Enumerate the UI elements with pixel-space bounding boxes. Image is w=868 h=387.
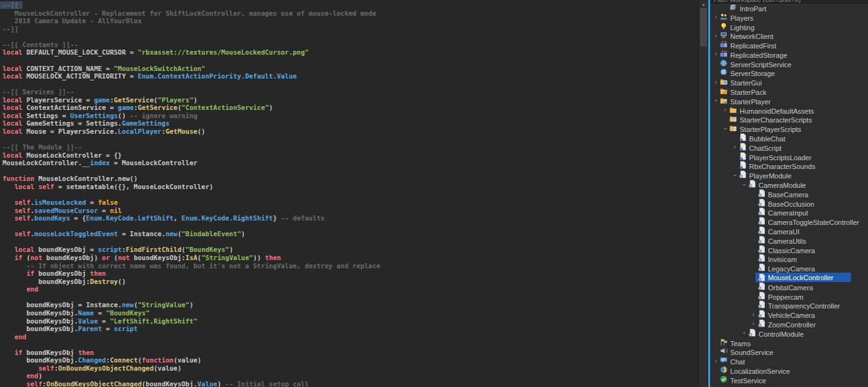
tree-item-soundservice[interactable]: SoundService [710,347,868,356]
code-line[interactable] [3,222,698,231]
code-line[interactable]: self.mouseLockToggledEvent = Instance.ne… [3,230,698,238]
code-line[interactable]: boundKeysObj:Destroy() [3,278,698,286]
tree-item-starterplayer[interactable]: ›StarterPlayer [710,96,868,106]
tree-item-transparencycontroller[interactable]: TransparencyController [710,301,868,310]
code-line[interactable]: local MOUSELOCK_ACTION_PRIORITY = Enum.C… [3,72,698,80]
code-line[interactable]: function MouseLockController.new() [3,175,698,183]
tree-item-starterplayerscripts[interactable]: ›StarterPlayerScripts [710,124,868,133]
code-line[interactable]: if boundKeysObj then [3,349,698,357]
tree-item-testservice[interactable]: TestService [710,375,868,384]
chevron-expanded-icon[interactable]: › [713,97,719,104]
tree-item-startercharacterscripts[interactable]: StarterCharacterScripts [710,115,868,124]
code-line[interactable]: if boundKeysObj then [3,270,698,278]
tree-item-controlmodule[interactable]: ›ControlModule [710,329,868,338]
code-line[interactable]: boundKeysObj = Instance.new("StringValue… [3,301,698,309]
chevron-collapsed-icon[interactable]: › [712,33,720,39]
tree-item-basecamera[interactable]: BaseCamera [710,189,868,199]
code-line[interactable]: local Settings = UserSettings() -- ignor… [3,112,698,120]
tree-item-serverstorage[interactable]: ServerStorage [710,68,868,78]
code-line[interactable]: boundKeysObj.Name = "BoundKeys" [3,309,698,317]
code-line[interactable]: -- If object with correct name was found… [3,262,698,270]
code-line[interactable]: boundKeysObj.Parent = script [3,325,698,333]
tree-item-rbxcharactersounds[interactable]: RbxCharacterSounds [710,161,868,171]
editor-scrollbar[interactable]: ▲ [698,0,708,387]
code-line[interactable] [3,191,698,199]
code-line[interactable]: local ContextActionService = game:GetSer… [3,104,698,112]
tree-item-legacycamera[interactable]: LegacyCamera [710,263,868,273]
code-line[interactable]: boundKeysObj.Value = "LeftShift,RightShi… [3,317,698,325]
code-line[interactable]: local Mouse = PlayersService.LocalPlayer… [3,128,698,136]
scrollbar-thumb[interactable] [700,8,707,46]
code-line[interactable]: local MouseLockController = {} [3,151,698,160]
code-line[interactable]: boundKeysObj.Changed:Connect(function(va… [3,356,698,364]
chevron-collapsed-icon[interactable]: › [721,107,729,113]
code-line[interactable] [3,341,698,349]
chevron-expanded-icon[interactable]: › [741,181,747,188]
tree-item-serverscriptservice[interactable]: ServerScriptService [710,59,868,68]
code-line[interactable]: 2018 Camera Update - AllYourBlox [3,17,698,25]
scrollbar-up-arrow-icon[interactable]: ▲ [699,0,708,8]
tree-item-playerscriptsloader[interactable]: PlayerScriptsLoader [710,152,868,161]
tree-item-orbitalcamera[interactable]: OrbitalCamera [710,282,868,292]
code-line[interactable]: self:OnBoundKeysObjectChanged(value) [3,364,698,373]
chevron-collapsed-icon[interactable]: › [750,312,757,318]
code-line[interactable]: end) [3,372,698,380]
tree-item-localizationservice[interactable]: LocalizationService [710,366,868,375]
tree-item-networkclient[interactable]: ›NetworkClient [710,31,868,40]
tree-item-zoomcontroller[interactable]: ›ZoomController [710,319,868,329]
selected-row-highlight[interactable]: MouseLockController [755,273,851,282]
code-line[interactable]: self.isMouseLocked = false [3,199,698,207]
chevron-collapsed-icon[interactable]: › [750,320,757,327]
code-line[interactable]: self:OnBoundKeysObjectChanged(boundKeysO… [3,380,698,387]
tree-item-teams[interactable]: Teams [710,338,868,347]
tree-item-baseocclusion[interactable]: BaseOcclusion [710,199,868,208]
tree-item-invisicam[interactable]: Invisicam [710,254,868,264]
code-line[interactable]: self.boundKeys = {Enum.KeyCode.LeftShift… [3,214,698,222]
code-line[interactable]: local boundKeysObj = script:FindFirstChi… [3,246,698,254]
code-line[interactable]: --]] [3,25,698,33]
code-line[interactable] [3,33,698,41]
chevron-collapsed-icon[interactable]: › [712,79,720,85]
tree-item-camerainput[interactable]: CameraInput [710,208,868,217]
code-line[interactable]: MouseLockController.__index = MouseLockC… [3,159,698,167]
code-line[interactable] [3,80,698,89]
code-line[interactable] [3,136,698,144]
tree-item-classiccamera[interactable]: ClassicCamera [710,245,868,254]
code-line[interactable] [3,238,698,246]
tree-item-vehiclecamera[interactable]: ›VehicleCamera [710,310,868,319]
chevron-collapsed-icon[interactable]: › [712,14,720,20]
tree-item-cameraui[interactable]: CameraUI [710,226,868,236]
code-line[interactable]: MouseLockController - Replacement for Sh… [3,9,698,18]
code-line[interactable]: if (not boundKeysObj) or (not boundKeysO… [3,254,698,262]
tree-item-replicatedstorage[interactable]: ›ReplicatedStorage [710,50,868,59]
chevron-collapsed-icon[interactable]: › [731,144,738,150]
code-line[interactable] [3,57,698,65]
tree-item-chatscript[interactable]: ›ChatScript [710,143,868,152]
code-line[interactable]: self.savedMouseCursor = nil [3,207,698,215]
code-lines-container[interactable]: --[[ MouseLockController - Replacement f… [0,0,698,387]
code-line[interactable]: --[[ The Module ]]-- [3,143,698,151]
tree-item-cameramodule[interactable]: ›CameraModule [710,180,868,189]
chevron-collapsed-icon[interactable]: › [740,330,748,336]
tree-item-camerautils[interactable]: CameraUtils [710,236,868,245]
tree-item-mouselockcontroller[interactable]: MouseLockController [710,273,868,282]
code-line[interactable]: end [3,285,698,293]
chevron-expanded-icon[interactable]: › [722,125,728,133]
tree-item-playermodule[interactable]: ›PlayerModule [710,170,868,180]
chevron-collapsed-icon[interactable]: › [712,51,720,57]
tree-item-cameratogglestatecontroller[interactable]: CameraToggleStateController [710,217,868,226]
code-line[interactable]: local DEFAULT_MOUSE_LOCK_CURSOR = "rbxas… [3,48,698,57]
tree-item-bubblechat[interactable]: BubbleChat [710,133,868,143]
code-line[interactable]: --[[ Constants ]]-- [3,41,698,49]
code-line[interactable]: local PlayersService = game:GetService("… [3,96,698,104]
tree-item-humanoiddefaultassets[interactable]: ›HumanoidDefaultAssets [710,106,868,115]
code-line[interactable] [3,167,698,175]
code-line[interactable]: --[[ Services ]]-- [3,88,698,96]
script-editor[interactable]: --[[ MouseLockController - Replacement f… [0,0,698,387]
tree-item-chat[interactable]: ›Chat [710,356,868,366]
chevron-collapsed-icon[interactable]: › [712,358,720,364]
tree-item-lighting[interactable]: Lighting [710,22,868,31]
tree-item-poppercam[interactable]: Poppercam [710,292,868,301]
code-line[interactable]: local self = setmetatable({}, MouseLockC… [3,183,698,191]
code-line[interactable]: local CONTEXT_ACTION_NAME = "MouseLockSw… [3,65,698,73]
